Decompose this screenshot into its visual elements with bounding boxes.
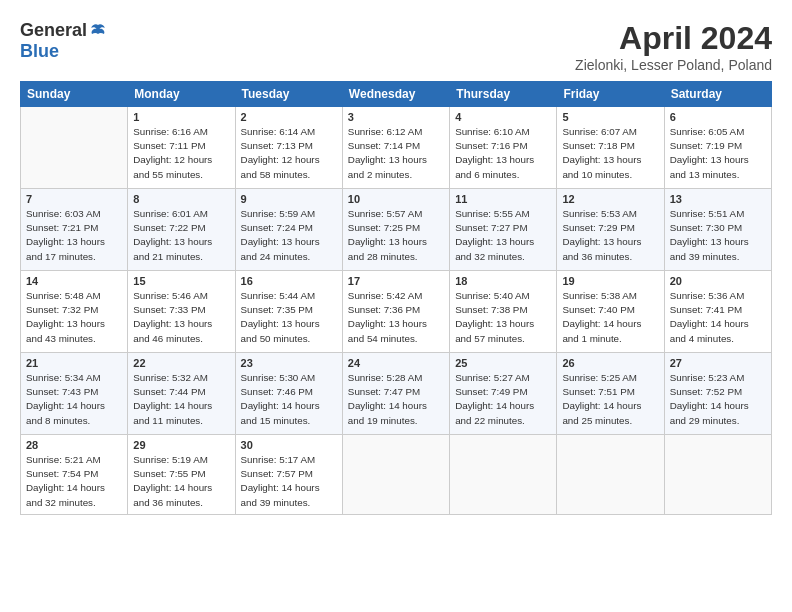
day-number: 26 — [562, 357, 658, 369]
day-number: 8 — [133, 193, 229, 205]
day-number: 27 — [670, 357, 766, 369]
table-row: 21Sunrise: 5:34 AM Sunset: 7:43 PM Dayli… — [21, 353, 128, 435]
day-number: 5 — [562, 111, 658, 123]
calendar-week-row: 21Sunrise: 5:34 AM Sunset: 7:43 PM Dayli… — [21, 353, 772, 435]
table-row: 22Sunrise: 5:32 AM Sunset: 7:44 PM Dayli… — [128, 353, 235, 435]
table-row: 13Sunrise: 5:51 AM Sunset: 7:30 PM Dayli… — [664, 189, 771, 271]
day-number: 17 — [348, 275, 444, 287]
table-row: 28Sunrise: 5:21 AM Sunset: 7:54 PM Dayli… — [21, 435, 128, 515]
table-row: 15Sunrise: 5:46 AM Sunset: 7:33 PM Dayli… — [128, 271, 235, 353]
table-row: 11Sunrise: 5:55 AM Sunset: 7:27 PM Dayli… — [450, 189, 557, 271]
table-row: 8Sunrise: 6:01 AM Sunset: 7:22 PM Daylig… — [128, 189, 235, 271]
table-row: 19Sunrise: 5:38 AM Sunset: 7:40 PM Dayli… — [557, 271, 664, 353]
day-number: 28 — [26, 439, 122, 451]
day-info: Sunrise: 5:36 AM Sunset: 7:41 PM Dayligh… — [670, 289, 766, 346]
day-number: 9 — [241, 193, 337, 205]
day-info: Sunrise: 6:16 AM Sunset: 7:11 PM Dayligh… — [133, 125, 229, 182]
table-row: 1Sunrise: 6:16 AM Sunset: 7:11 PM Daylig… — [128, 107, 235, 189]
day-info: Sunrise: 5:32 AM Sunset: 7:44 PM Dayligh… — [133, 371, 229, 428]
table-row: 3Sunrise: 6:12 AM Sunset: 7:14 PM Daylig… — [342, 107, 449, 189]
day-info: Sunrise: 5:23 AM Sunset: 7:52 PM Dayligh… — [670, 371, 766, 428]
day-number: 4 — [455, 111, 551, 123]
day-number: 7 — [26, 193, 122, 205]
col-wednesday: Wednesday — [342, 82, 449, 107]
table-row: 5Sunrise: 6:07 AM Sunset: 7:18 PM Daylig… — [557, 107, 664, 189]
day-info: Sunrise: 5:25 AM Sunset: 7:51 PM Dayligh… — [562, 371, 658, 428]
logo: General Blue — [20, 20, 107, 62]
day-number: 24 — [348, 357, 444, 369]
calendar-table: Sunday Monday Tuesday Wednesday Thursday… — [20, 81, 772, 515]
day-info: Sunrise: 5:48 AM Sunset: 7:32 PM Dayligh… — [26, 289, 122, 346]
table-row: 27Sunrise: 5:23 AM Sunset: 7:52 PM Dayli… — [664, 353, 771, 435]
table-row: 16Sunrise: 5:44 AM Sunset: 7:35 PM Dayli… — [235, 271, 342, 353]
day-info: Sunrise: 5:34 AM Sunset: 7:43 PM Dayligh… — [26, 371, 122, 428]
day-info: Sunrise: 6:10 AM Sunset: 7:16 PM Dayligh… — [455, 125, 551, 182]
day-info: Sunrise: 5:59 AM Sunset: 7:24 PM Dayligh… — [241, 207, 337, 264]
logo-general-text: General — [20, 20, 87, 41]
day-info: Sunrise: 5:51 AM Sunset: 7:30 PM Dayligh… — [670, 207, 766, 264]
logo-blue-text: Blue — [20, 41, 59, 62]
day-info: Sunrise: 5:42 AM Sunset: 7:36 PM Dayligh… — [348, 289, 444, 346]
table-row — [450, 435, 557, 515]
day-number: 23 — [241, 357, 337, 369]
day-number: 19 — [562, 275, 658, 287]
day-info: Sunrise: 5:19 AM Sunset: 7:55 PM Dayligh… — [133, 453, 229, 510]
day-number: 30 — [241, 439, 337, 451]
table-row: 24Sunrise: 5:28 AM Sunset: 7:47 PM Dayli… — [342, 353, 449, 435]
table-row: 4Sunrise: 6:10 AM Sunset: 7:16 PM Daylig… — [450, 107, 557, 189]
table-row: 14Sunrise: 5:48 AM Sunset: 7:32 PM Dayli… — [21, 271, 128, 353]
col-saturday: Saturday — [664, 82, 771, 107]
day-info: Sunrise: 6:03 AM Sunset: 7:21 PM Dayligh… — [26, 207, 122, 264]
day-info: Sunrise: 5:27 AM Sunset: 7:49 PM Dayligh… — [455, 371, 551, 428]
day-info: Sunrise: 6:01 AM Sunset: 7:22 PM Dayligh… — [133, 207, 229, 264]
table-row: 25Sunrise: 5:27 AM Sunset: 7:49 PM Dayli… — [450, 353, 557, 435]
day-number: 21 — [26, 357, 122, 369]
col-monday: Monday — [128, 82, 235, 107]
table-row: 17Sunrise: 5:42 AM Sunset: 7:36 PM Dayli… — [342, 271, 449, 353]
col-friday: Friday — [557, 82, 664, 107]
calendar-week-row: 14Sunrise: 5:48 AM Sunset: 7:32 PM Dayli… — [21, 271, 772, 353]
day-number: 13 — [670, 193, 766, 205]
day-info: Sunrise: 6:12 AM Sunset: 7:14 PM Dayligh… — [348, 125, 444, 182]
day-info: Sunrise: 6:07 AM Sunset: 7:18 PM Dayligh… — [562, 125, 658, 182]
day-info: Sunrise: 5:21 AM Sunset: 7:54 PM Dayligh… — [26, 453, 122, 510]
day-number: 11 — [455, 193, 551, 205]
day-number: 3 — [348, 111, 444, 123]
calendar-week-row: 28Sunrise: 5:21 AM Sunset: 7:54 PM Dayli… — [21, 435, 772, 515]
day-number: 16 — [241, 275, 337, 287]
day-info: Sunrise: 6:14 AM Sunset: 7:13 PM Dayligh… — [241, 125, 337, 182]
day-info: Sunrise: 5:40 AM Sunset: 7:38 PM Dayligh… — [455, 289, 551, 346]
table-row: 10Sunrise: 5:57 AM Sunset: 7:25 PM Dayli… — [342, 189, 449, 271]
table-row — [557, 435, 664, 515]
table-row: 6Sunrise: 6:05 AM Sunset: 7:19 PM Daylig… — [664, 107, 771, 189]
logo-bird-icon — [89, 22, 107, 40]
day-info: Sunrise: 6:05 AM Sunset: 7:19 PM Dayligh… — [670, 125, 766, 182]
day-number: 25 — [455, 357, 551, 369]
day-number: 10 — [348, 193, 444, 205]
day-info: Sunrise: 5:44 AM Sunset: 7:35 PM Dayligh… — [241, 289, 337, 346]
day-info: Sunrise: 5:17 AM Sunset: 7:57 PM Dayligh… — [241, 453, 337, 510]
header: General Blue April 2024 Zielonki, Lesser… — [20, 20, 772, 73]
location-text: Zielonki, Lesser Poland, Poland — [575, 57, 772, 73]
day-info: Sunrise: 5:53 AM Sunset: 7:29 PM Dayligh… — [562, 207, 658, 264]
day-number: 14 — [26, 275, 122, 287]
day-info: Sunrise: 5:55 AM Sunset: 7:27 PM Dayligh… — [455, 207, 551, 264]
table-row: 30Sunrise: 5:17 AM Sunset: 7:57 PM Dayli… — [235, 435, 342, 515]
title-section: April 2024 Zielonki, Lesser Poland, Pola… — [575, 20, 772, 73]
day-number: 1 — [133, 111, 229, 123]
calendar-header-row: Sunday Monday Tuesday Wednesday Thursday… — [21, 82, 772, 107]
col-thursday: Thursday — [450, 82, 557, 107]
day-info: Sunrise: 5:28 AM Sunset: 7:47 PM Dayligh… — [348, 371, 444, 428]
day-number: 6 — [670, 111, 766, 123]
table-row — [342, 435, 449, 515]
table-row: 7Sunrise: 6:03 AM Sunset: 7:21 PM Daylig… — [21, 189, 128, 271]
day-number: 29 — [133, 439, 229, 451]
table-row: 29Sunrise: 5:19 AM Sunset: 7:55 PM Dayli… — [128, 435, 235, 515]
table-row — [21, 107, 128, 189]
day-number: 12 — [562, 193, 658, 205]
calendar-week-row: 7Sunrise: 6:03 AM Sunset: 7:21 PM Daylig… — [21, 189, 772, 271]
calendar-week-row: 1Sunrise: 6:16 AM Sunset: 7:11 PM Daylig… — [21, 107, 772, 189]
col-tuesday: Tuesday — [235, 82, 342, 107]
day-number: 18 — [455, 275, 551, 287]
day-info: Sunrise: 5:38 AM Sunset: 7:40 PM Dayligh… — [562, 289, 658, 346]
